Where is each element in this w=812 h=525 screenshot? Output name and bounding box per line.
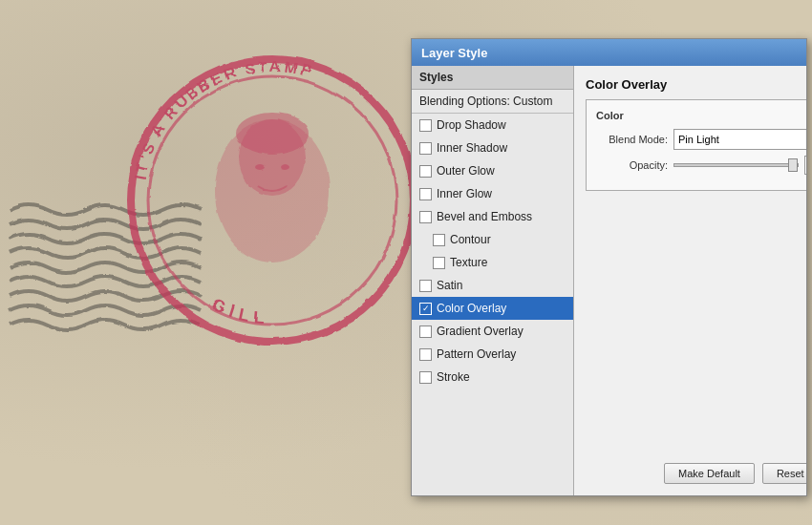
style-item-inner-glow[interactable]: Inner Glow — [412, 182, 573, 205]
style-item-satin[interactable]: Satin — [412, 274, 573, 297]
blending-options-label: Blending Options: Custom — [419, 94, 552, 108]
checkbox-inner-glow[interactable] — [419, 188, 432, 200]
color-section-box: Color Blend Mode: Pin Light Normal Disso… — [586, 99, 806, 191]
opacity-input[interactable] — [804, 156, 806, 175]
style-label-bevel-emboss: Bevel and Emboss — [437, 210, 532, 223]
style-item-gradient-overlay[interactable]: Gradient Overlay — [412, 320, 573, 343]
dialog-title: Layer Style — [421, 46, 487, 60]
style-label-drop-shadow: Drop Shadow — [437, 118, 506, 132]
dialog-titlebar: Layer Style — [412, 39, 806, 66]
svg-point-6 — [236, 113, 309, 155]
checkbox-satin[interactable] — [419, 280, 432, 292]
styles-panel: Styles Blending Options: Custom Drop Sha… — [412, 66, 574, 495]
style-label-gradient-overlay: Gradient Overlay — [437, 325, 524, 338]
style-item-drop-shadow[interactable]: Drop Shadow — [412, 114, 573, 136]
svg-text:GILL: GILL — [208, 295, 270, 328]
style-label-stroke: Stroke — [437, 370, 470, 384]
checkbox-contour[interactable] — [433, 234, 445, 246]
checkbox-drop-shadow[interactable] — [419, 119, 432, 132]
settings-panel: Color Overlay Color Blend Mode: Pin Ligh… — [574, 66, 806, 495]
buttons-row: Make Default Reset to Default — [586, 463, 806, 484]
checkbox-texture[interactable] — [433, 257, 445, 269]
style-item-inner-shadow[interactable]: Inner Shadow — [412, 136, 573, 159]
checkmark-color-overlay: ✓ — [422, 304, 430, 313]
stamp-area: IT'S A RUBBER STAMP GILL — [0, 0, 411, 525]
checkbox-pattern-overlay[interactable] — [419, 348, 432, 361]
layer-style-dialog[interactable]: Layer Style Styles Blending Options: Cus… — [411, 38, 807, 496]
style-label-texture: Texture — [450, 256, 487, 269]
style-item-pattern-overlay[interactable]: Pattern Overlay — [412, 343, 573, 366]
style-label-inner-glow: Inner Glow — [437, 187, 492, 200]
opacity-label: Opacity: — [596, 159, 668, 171]
svg-point-7 — [255, 164, 265, 170]
blend-mode-select[interactable]: Pin Light Normal Dissolve Multiply Scree… — [673, 129, 806, 150]
style-label-satin: Satin — [437, 279, 462, 292]
blending-options-item[interactable]: Blending Options: Custom — [412, 90, 573, 114]
blend-mode-label: Blend Mode: — [596, 134, 668, 145]
reset-to-default-button[interactable]: Reset to Default — [762, 463, 806, 484]
style-item-color-overlay[interactable]: ✓ Color Overlay — [412, 297, 573, 320]
style-item-bevel-emboss[interactable]: Bevel and Emboss — [412, 205, 573, 228]
checkbox-color-overlay[interactable]: ✓ — [419, 303, 432, 315]
make-default-button[interactable]: Make Default — [664, 463, 755, 484]
opacity-row: Opacity: % — [596, 156, 806, 175]
styles-header: Styles — [412, 66, 573, 90]
style-label-color-overlay: Color Overlay — [437, 302, 506, 315]
style-label-outer-glow: Outer Glow — [437, 164, 495, 178]
checkbox-gradient-overlay[interactable] — [419, 326, 432, 338]
style-item-contour[interactable]: Contour — [412, 228, 573, 251]
color-section-box-title: Color — [596, 110, 806, 121]
style-label-contour: Contour — [450, 233, 491, 246]
svg-point-8 — [280, 164, 289, 170]
checkbox-bevel-emboss[interactable] — [419, 211, 432, 223]
style-label-pattern-overlay: Pattern Overlay — [437, 347, 516, 361]
checkbox-stroke[interactable] — [419, 371, 432, 384]
blend-mode-row: Blend Mode: Pin Light Normal Dissolve Mu… — [596, 129, 806, 150]
checkbox-outer-glow[interactable] — [419, 165, 432, 178]
color-overlay-section-title: Color Overlay — [586, 77, 806, 92]
style-item-texture[interactable]: Texture — [412, 251, 573, 274]
style-item-stroke[interactable]: Stroke — [412, 366, 573, 388]
dialog-body: Styles Blending Options: Custom Drop Sha… — [412, 66, 806, 495]
style-label-inner-shadow: Inner Shadow — [437, 141, 507, 155]
style-item-outer-glow[interactable]: Outer Glow — [412, 159, 573, 182]
checkbox-inner-shadow[interactable] — [419, 142, 432, 155]
opacity-slider[interactable] — [673, 163, 799, 167]
